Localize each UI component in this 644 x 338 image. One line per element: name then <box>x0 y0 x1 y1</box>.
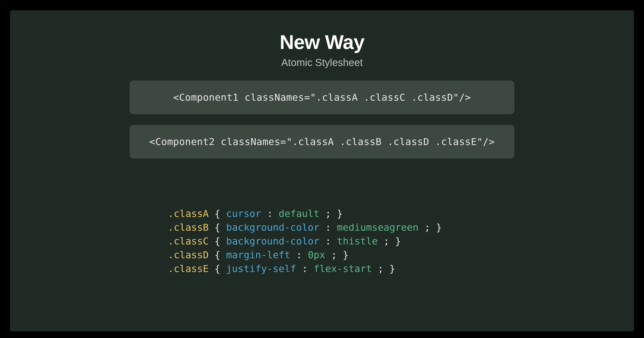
component-snippet-box-1: <Component1 classNames=".classA .classC … <box>130 81 514 114</box>
css-close-brace: } <box>389 263 395 274</box>
css-rule-line: .classB { background-color : mediumseagr… <box>168 221 442 235</box>
css-semicolon: ; <box>424 222 430 233</box>
css-value: default <box>279 208 319 219</box>
css-value: 0px <box>308 249 325 261</box>
slide-title: New Way <box>280 31 365 54</box>
component-snippet-box-2: <Component2 classNames=".classA .classB … <box>130 125 514 159</box>
css-close-brace: } <box>337 208 343 219</box>
css-property: cursor <box>226 208 261 219</box>
css-semicolon: ; <box>384 236 390 247</box>
css-close-brace: } <box>395 236 401 247</box>
css-selector: .classB <box>168 222 209 233</box>
css-colon: : <box>296 249 308 261</box>
css-property: background-color <box>226 222 319 233</box>
css-close-brace: } <box>343 249 348 261</box>
css-open-brace: { <box>214 222 226 233</box>
css-property: background-color <box>226 236 319 247</box>
css-semicolon: ; <box>378 263 384 274</box>
css-selector: .classC <box>168 236 209 247</box>
css-semicolon: ; <box>325 208 331 219</box>
component-snippet-group: <Component1 classNames=".classA .classC … <box>130 81 514 159</box>
css-rules-block: .classA { cursor : default ; } .classB {… <box>168 207 442 276</box>
css-selector: .classE <box>168 263 209 274</box>
css-rule-line: .classD { margin-left : 0px ; } <box>168 248 442 262</box>
css-colon: : <box>325 222 337 233</box>
css-colon: : <box>325 236 337 247</box>
css-property: margin-left <box>226 249 290 261</box>
css-open-brace: { <box>214 208 226 219</box>
css-rule-line: .classA { cursor : default ; } <box>168 207 442 221</box>
css-value: flex-start <box>314 263 372 274</box>
css-value: mediumseagreen <box>337 222 419 233</box>
css-colon: : <box>267 208 279 219</box>
css-close-brace: } <box>436 222 442 233</box>
css-rule-line: .classE { justify-self : flex-start ; } <box>168 262 442 276</box>
css-open-brace: { <box>214 263 226 274</box>
css-rule-line: .classC { background-color : thistle ; } <box>168 235 442 248</box>
slide-subtitle: Atomic Stylesheet <box>281 57 363 68</box>
css-property: justify-self <box>226 263 296 274</box>
css-value: thistle <box>337 236 378 247</box>
css-selector: .classD <box>168 249 209 261</box>
slide-container: New Way Atomic Stylesheet <Component1 cl… <box>10 10 634 331</box>
css-selector: .classA <box>168 208 209 219</box>
css-open-brace: { <box>214 236 226 247</box>
css-colon: : <box>302 263 314 274</box>
component-snippet-text-1: <Component1 classNames=".classA .classC … <box>173 92 471 103</box>
css-open-brace: { <box>214 249 226 261</box>
component-snippet-text-2: <Component2 classNames=".classA .classB … <box>149 136 495 147</box>
css-semicolon: ; <box>331 249 337 261</box>
